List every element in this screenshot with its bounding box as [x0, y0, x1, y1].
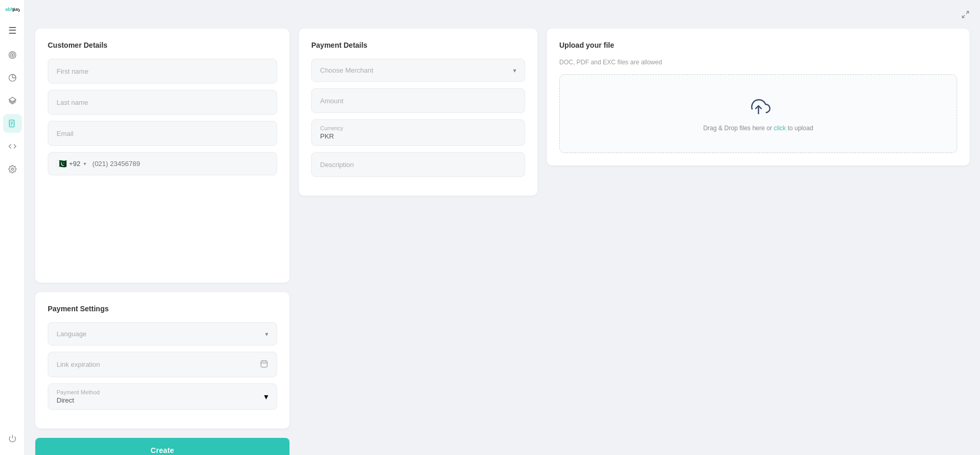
- merchant-placeholder: Choose Merchant: [320, 66, 374, 74]
- upload-title: Upload your file: [559, 41, 957, 49]
- currency-label: Currency: [320, 125, 516, 131]
- sidebar-logo: abhi pay: [5, 5, 20, 13]
- svg-point-3: [10, 53, 15, 57]
- currency-field: Currency PKR: [311, 119, 525, 146]
- svg-text:pay: pay: [12, 7, 20, 12]
- payment-details-title: Payment Details: [311, 41, 525, 49]
- upload-subtitle: DOC, PDF and EXC files are allowed: [559, 59, 957, 66]
- payment-details-card: Payment Details Choose Merchant ▾ Curren…: [299, 29, 537, 196]
- create-button[interactable]: Create: [35, 438, 289, 455]
- merchant-dropdown-arrow: ▾: [513, 67, 516, 74]
- sidebar-item-layers[interactable]: [3, 91, 22, 110]
- sidebar: abhi pay ☰: [0, 0, 25, 455]
- sidebar-item-settings[interactable]: [3, 160, 22, 178]
- language-dropdown-arrow: ▾: [265, 330, 268, 338]
- svg-rect-15: [261, 361, 267, 367]
- hamburger-menu-icon[interactable]: ☰: [5, 22, 20, 39]
- svg-point-4: [11, 54, 13, 56]
- first-name-field[interactable]: [48, 59, 277, 84]
- cloud-upload-icon: [746, 95, 771, 118]
- customer-details-card: Customer Details 🇵🇰 +92 ▾: [35, 29, 289, 283]
- payment-method-field[interactable]: Payment Method Direct ▾: [48, 383, 277, 410]
- sidebar-item-target[interactable]: [3, 46, 22, 64]
- payment-method-value: Direct: [57, 396, 100, 404]
- amount-field[interactable]: [311, 88, 525, 113]
- sidebar-item-code[interactable]: [3, 137, 22, 156]
- fullscreen-icon[interactable]: [961, 10, 970, 20]
- main-content: Customer Details 🇵🇰 +92 ▾: [25, 0, 980, 455]
- dropzone-text-prefix: Drag & Drop files here or: [703, 125, 774, 132]
- middle-column: Payment Details Choose Merchant ▾ Curren…: [299, 29, 537, 196]
- customer-details-title: Customer Details: [48, 41, 277, 49]
- amount-input[interactable]: [320, 97, 516, 105]
- currency-value: PKR: [320, 132, 516, 140]
- top-bar: [35, 10, 970, 20]
- language-select[interactable]: Language ▾: [48, 322, 277, 346]
- sidebar-item-pie[interactable]: [3, 68, 22, 87]
- upload-click-link[interactable]: click: [774, 125, 786, 132]
- email-field[interactable]: [48, 121, 277, 146]
- svg-line-13: [966, 11, 969, 14]
- payment-method-label: Payment Method: [57, 389, 100, 395]
- sidebar-item-power[interactable]: [3, 429, 22, 448]
- payment-settings-title: Payment Settings: [48, 305, 277, 313]
- description-field[interactable]: [311, 152, 525, 177]
- link-expiration-field[interactable]: Link expiration: [48, 352, 277, 377]
- left-column: Customer Details 🇵🇰 +92 ▾: [35, 29, 289, 455]
- right-column: Upload your file DOC, PDF and EXC files …: [547, 29, 970, 166]
- upload-card: Upload your file DOC, PDF and EXC files …: [547, 29, 970, 166]
- last-name-input[interactable]: [57, 99, 268, 106]
- email-input[interactable]: [57, 130, 268, 137]
- last-name-field[interactable]: [48, 90, 277, 115]
- language-placeholder: Language: [57, 330, 87, 338]
- payment-method-inner: Payment Method Direct: [57, 389, 100, 404]
- phone-input[interactable]: [92, 160, 268, 168]
- phone-dropdown-arrow[interactable]: ▾: [84, 161, 86, 167]
- payment-settings-card: Payment Settings Language ▾ Link expirat…: [35, 292, 289, 429]
- sidebar-item-document[interactable]: [3, 114, 22, 133]
- description-input[interactable]: [320, 161, 516, 169]
- phone-code: +92: [69, 160, 80, 168]
- link-expiration-placeholder: Link expiration: [57, 361, 100, 368]
- svg-line-14: [962, 15, 965, 18]
- page-layout: Customer Details 🇵🇰 +92 ▾: [35, 29, 970, 455]
- merchant-select[interactable]: Choose Merchant ▾: [311, 59, 525, 82]
- dropzone-text-suffix: to upload: [786, 125, 813, 132]
- upload-dropzone-text: Drag & Drop files here or click to uploa…: [703, 125, 813, 132]
- upload-dropzone[interactable]: Drag & Drop files here or click to uploa…: [559, 74, 957, 153]
- first-name-input[interactable]: [57, 67, 268, 75]
- phone-field[interactable]: 🇵🇰 +92 ▾: [48, 152, 277, 175]
- calendar-icon[interactable]: [260, 360, 268, 369]
- phone-flag: 🇵🇰: [57, 159, 67, 169]
- svg-point-11: [11, 168, 13, 170]
- payment-method-dropdown-arrow: ▾: [264, 392, 268, 402]
